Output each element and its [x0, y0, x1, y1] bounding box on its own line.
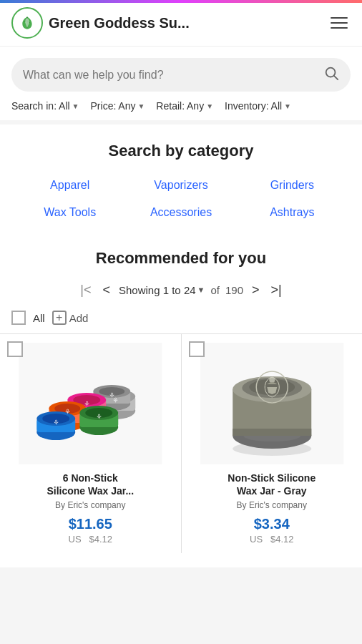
showing-label: Showing	[119, 284, 163, 296]
showing-end: 24	[184, 284, 196, 296]
add-button[interactable]: + Add	[52, 311, 89, 325]
total-count: 190	[225, 284, 243, 296]
product-1-checkbox[interactable]	[7, 341, 23, 357]
svg-text:⚘: ⚘	[64, 408, 71, 416]
category-accessories[interactable]: Accessories	[125, 199, 236, 226]
select-all-checkbox[interactable]	[11, 311, 26, 325]
product-2-price-main: $3.34	[254, 516, 290, 532]
inventory-caret: ▼	[284, 102, 291, 110]
product-1-image: ⚘ ⚘ ⚘ ⚘ ⚘ ⚘	[9, 343, 172, 464]
logo	[11, 7, 43, 39]
svg-point-42	[269, 377, 275, 383]
search-input[interactable]	[23, 69, 323, 82]
product-grid: ⚘ ⚘ ⚘ ⚘ ⚘ ⚘ 6 Non-StickSilicone Wax Jar.…	[0, 333, 362, 553]
category-wax-tools[interactable]: Wax Tools	[14, 199, 125, 226]
search-box	[11, 58, 351, 92]
pagination-row: |< < Showing 1 to 24 ▼ of 190 > >|	[0, 276, 362, 306]
retail-caret: ▼	[206, 102, 213, 110]
filter-retail[interactable]: Retail: Any ▼	[156, 100, 213, 112]
store-name: Green Goddess Su...	[49, 15, 190, 31]
product-1-price-sub: US $4.12	[69, 534, 112, 545]
product-2-checkbox[interactable]	[189, 341, 205, 357]
top-bar: Green Goddess Su...	[0, 0, 362, 47]
plus-icon: +	[52, 311, 67, 325]
price-caret: ▼	[137, 102, 145, 110]
product-2-name: Non-Stick SiliconeWax Jar - Gray	[228, 472, 315, 497]
first-page-button[interactable]: |<	[77, 282, 94, 298]
showing-end-dropdown[interactable]: 24 ▼	[184, 284, 205, 296]
product-2-vendor: By Eric's company	[237, 500, 307, 510]
logo-area: Green Goddess Su...	[11, 7, 190, 39]
showing-caret: ▼	[197, 286, 205, 294]
filter-search-in[interactable]: Search in: All ▼	[11, 100, 79, 112]
all-label: All	[33, 312, 45, 324]
svg-text:⚘: ⚘	[96, 413, 102, 421]
next-page-button[interactable]: >	[249, 282, 263, 298]
filter-price[interactable]: Price: Any ▼	[91, 100, 145, 112]
category-vaporizers[interactable]: Vaporizers	[125, 172, 236, 199]
hamburger-menu[interactable]	[328, 14, 351, 31]
svg-text:⚘: ⚘	[53, 419, 59, 426]
svg-rect-44	[233, 429, 311, 436]
product-card-2: Non-Stick SiliconeWax Jar - Gray By Eric…	[182, 334, 363, 553]
product-1-name: 6 Non-StickSilicone Wax Jar...	[47, 472, 134, 497]
svg-text:⚘: ⚘	[84, 400, 90, 408]
filter-row: Search in: All ▼ Price: Any ▼ Retail: An…	[11, 100, 351, 112]
recommended-section-title: Recommended for you	[0, 238, 362, 276]
category-grinders[interactable]: Grinders	[237, 172, 348, 199]
add-label: Add	[69, 312, 89, 324]
to-label: to	[172, 284, 184, 296]
category-ashtrays[interactable]: Ashtrays	[237, 199, 348, 226]
main-content: Search by category Apparel Vaporizers Gr…	[0, 125, 362, 567]
svg-line-2	[334, 76, 338, 79]
category-apparel[interactable]: Apparel	[14, 172, 125, 199]
product-2-prices: $3.34 US $4.12	[250, 516, 293, 545]
svg-text:⚘: ⚘	[112, 396, 119, 404]
showing-start: 1	[163, 284, 169, 296]
product-2-price-sub: US $4.12	[250, 534, 293, 545]
filter-inventory[interactable]: Inventory: All ▼	[225, 100, 291, 112]
product-card-1: ⚘ ⚘ ⚘ ⚘ ⚘ ⚘ 6 Non-StickSilicone Wax Jar.…	[0, 334, 181, 553]
last-page-button[interactable]: >|	[268, 282, 285, 298]
prev-page-button[interactable]: <	[99, 282, 113, 298]
search-icon[interactable]	[323, 65, 339, 84]
product-1-price-main: $11.65	[69, 516, 112, 532]
search-in-caret: ▼	[72, 102, 79, 110]
category-section-title: Search by category	[0, 125, 362, 172]
product-2-image	[190, 343, 354, 464]
search-area: Search in: All ▼ Price: Any ▼ Retail: An…	[0, 47, 362, 120]
category-grid: Apparel Vaporizers Grinders Wax Tools Ac…	[0, 172, 362, 238]
select-all-row: All + Add	[0, 306, 362, 333]
product-1-vendor: By Eric's company	[55, 500, 125, 510]
product-1-prices: $11.65 US $4.12	[69, 516, 112, 545]
